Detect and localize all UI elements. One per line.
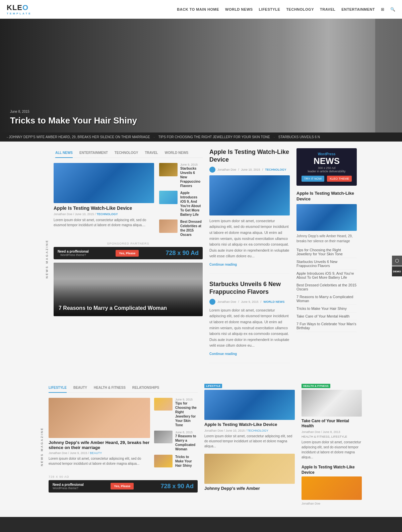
articles-grid: Apple Is Testing Watch-Like Device Jonat… (54, 163, 203, 237)
tab-travel[interactable]: TRAVEL (145, 148, 158, 158)
nav-world-news[interactable]: WORLD NEWS (225, 7, 253, 11)
news-magazine-label: NEWS MAGAZINE (45, 240, 49, 279)
ls-side-1-title[interactable]: Tips for Choosing the Right Jewellery fo… (175, 401, 198, 427)
demo-button[interactable]: DEMO (392, 266, 402, 276)
logo-subtitle: TEMPLATE (7, 12, 32, 15)
nav-technology[interactable]: TECHNOLOGY (286, 7, 314, 11)
ls-side-3-image (154, 455, 173, 467)
center-article-1-meta: Jonathan Doe / June 10, 2015 / TECHNOLOG… (209, 167, 290, 173)
sidebar-links-list: Tips for Choosing the Right Jewellery fo… (296, 246, 357, 332)
s2-card-1-meta: Jonathan Doe / June 10, 2015 / TECHNOLOG… (204, 429, 295, 432)
tab-world-news[interactable]: WORLD NEWS (165, 148, 189, 158)
center-column: Apple Is Testing Watch-Like Device Jonat… (209, 148, 290, 370)
s2c1-cat: TECHNOLOGY (247, 429, 268, 432)
c2-cat: WORLD NEWS (263, 300, 285, 303)
feature-card[interactable]: 7 Reasons to Marry a Complicated Woman (54, 263, 203, 316)
sidebar-link-4[interactable]: Best Dressed Celebrities at the 2015 Osc… (296, 281, 357, 293)
s2-ad-number: 728 x 90 Ad (161, 483, 194, 490)
s2-card-1: LIFESTYLE Apple Is Testing Watch-Like De… (204, 383, 295, 449)
ls-side-3: Tricks to Make Your Hair Shiny (154, 455, 198, 468)
section2-right: HEALTH & FITNESS Take Care of Your Menta… (302, 383, 362, 510)
sidebar-link-5[interactable]: 7 Reasons to Marry a Complicated Woman (296, 293, 357, 305)
ticker-text: - JOHNNY DEPP'S WIFE AMBER HEARD, 29, BR… (7, 135, 320, 139)
sidebar-kleo-button[interactable]: KLEO THEME (327, 176, 352, 182)
s2-card-1-title[interactable]: Apple Is Testing Watch-Like Device (204, 422, 295, 428)
side-article-1: June 9, 2015 Starbucks Unveils 6 New Fra… (159, 163, 203, 188)
author-avatar-1 (209, 167, 215, 173)
hero-title[interactable]: Tricks to Make Your Hair Shiny (10, 115, 137, 126)
continue-reading-2[interactable]: Continue reading (209, 352, 237, 356)
s2r-card-2-title[interactable]: Apple Is Testing Watch-Like Device (302, 465, 362, 475)
side-article-1-title[interactable]: Starbucks Unveils 6 New Frappuccino Flav… (180, 166, 203, 188)
s2-card-2-image (204, 454, 295, 484)
tab-technology[interactable]: TECHNOLOGY (115, 148, 138, 158)
main-article-title[interactable]: Apple Is Testing Watch-Like Device (54, 205, 154, 211)
ad-number: 728 x 90 Ad (166, 250, 199, 257)
sidebar-link-6[interactable]: Tricks to Make Your Hair Shiny (296, 305, 357, 313)
search-icon[interactable]: 🔍 (390, 7, 395, 12)
s2-ad-text: Need a proffesional (53, 483, 84, 486)
nav-back-home[interactable]: Back to Main Home (177, 7, 219, 11)
sidebar-link-1[interactable]: Tips for Choosing the Right Jewellery fo… (296, 246, 357, 258)
sidebar-article-title[interactable]: Apple Is Testing Watch-Like Device (296, 191, 357, 202)
section2-ad-banner: Need a proffesional WordPress theme? Yes… (49, 480, 198, 493)
sidebar-link-3[interactable]: Apple Introduces iOS 9, And You're About… (296, 270, 357, 281)
nav-travel[interactable]: TRAVEL (320, 7, 335, 11)
center-article-1-title[interactable]: Apple Is Testing Watch-Like Device (209, 148, 290, 164)
side-article-3: Best Dressed Celebrities at the 2015 Osc… (159, 219, 203, 237)
ls-tab-beauty[interactable]: BEAUTY (73, 383, 87, 392)
nav-lifestyle[interactable]: LIFESTYLE (259, 7, 280, 11)
ls-tab-relationships[interactable]: RELATIONSHIPS (132, 383, 159, 392)
sidebar-link-7[interactable]: Take Care of Your Mental Health (296, 313, 357, 320)
hero-content: June 8, 2015 Tricks to Make Your Hair Sh… (0, 103, 147, 132)
continue-reading-1[interactable]: Continue reading (209, 263, 237, 266)
ticker-sep-2: - (154, 135, 156, 139)
side-article-2-title[interactable]: Apple Introduces iOS 9, And You're About… (180, 191, 203, 217)
sidebar-article-image (296, 204, 357, 231)
s2-card-2-title[interactable]: Johnny Depp's wife Amber (204, 486, 295, 492)
sponsored-section: SPONSORED PARTNERS Need a proffesional W… (54, 242, 203, 259)
sidebar-try-button[interactable]: TRY IT NOW (302, 176, 325, 182)
nav-grid-icon[interactable]: ⊞ (381, 7, 384, 12)
ls-date: June 9, 2015 (70, 451, 87, 455)
tab-entertainment[interactable]: ENTERTAINMENT (79, 148, 108, 158)
c2-author: Jonathan Doe (217, 300, 236, 303)
hero-date: June 8, 2015 (10, 110, 137, 113)
site-logo[interactable]: KLEO TEMPLATE (7, 3, 32, 15)
ad-yes-button[interactable]: Yes, Please (116, 250, 139, 257)
sidebar-link-2[interactable]: Starbucks Unveils 6 New Frappuccino Flav… (296, 258, 357, 270)
main-article-image (54, 163, 154, 203)
c2-date: June 9, 2015 (241, 300, 259, 303)
center-article-2-title[interactable]: Starbucks Unveils 6 New Frappuccino Flav… (209, 280, 290, 296)
ls-side-2-title[interactable]: 7 Reasons to Marry a Complicated Woman (175, 434, 198, 451)
news-tabs: ALL NEWS ENTERTAINMENT TECHNOLOGY TRAVEL… (54, 148, 203, 158)
c1-author: Jonathan Doe (217, 168, 236, 171)
s2r-cat: HEALTH & FITNESS, LIFESTYLE (302, 435, 362, 438)
lifestyle-big-title[interactable]: Johnny Depp's wife Amber Heard, 29, brea… (49, 440, 150, 450)
s2-card-1-excerpt: Lorem ipsum dolor sit amet, consectetur … (204, 434, 295, 449)
lifestyle-main: Johnny Depp's wife Amber Heard, 29, brea… (49, 398, 198, 471)
main-wrapper: NEWS MAGAZINE ALL NEWS ENTERTAINMENT TEC… (0, 142, 402, 376)
section2-left: NEWS MAGAZINE LIFESTYLE BEAUTY HEALTH & … (40, 383, 198, 510)
s2-ad-button[interactable]: Yes, Please (111, 483, 134, 490)
ls-side-3-title[interactable]: Tricks to Make Your Hair Shiny (175, 455, 198, 468)
s2r-card-1-title[interactable]: Take Care of Your Mental Health (302, 419, 362, 429)
main-content: NEWS MAGAZINE ALL NEWS ENTERTAINMENT TEC… (40, 142, 362, 376)
ls-side-2-image (154, 431, 173, 443)
ls-author: Jonathan Doe (49, 451, 67, 455)
ls-tab-health[interactable]: HEALTH & FITNESS (94, 383, 126, 392)
sidebar-link-8[interactable]: 7 Fun Ways to Celebrate Your Man's Birth… (296, 320, 357, 332)
ls-side-1-date: June 9, 2015 (175, 398, 198, 401)
s2c1-date: June 10, 2015 (226, 429, 245, 432)
sidebar-ad-title: NEWS (300, 156, 353, 166)
ls-tab-lifestyle[interactable]: LIFESTYLE (49, 383, 67, 393)
sidebar-ad-size: 300 x 250 Ad (300, 166, 353, 170)
side-article-3-title[interactable]: Best Dressed Celebrities at the 2015 Osc… (180, 219, 203, 237)
share-button[interactable]: ⬡ (392, 256, 402, 266)
s2c1-author: Jonathan Doe (204, 429, 223, 432)
nav-entertainment[interactable]: ENTERTAINMENT (341, 7, 375, 11)
main-nav: Back to Main Home WORLD NEWS LIFESTYLE T… (177, 7, 395, 12)
tab-all-news[interactable]: ALL NEWS (55, 148, 73, 158)
s2r-card-2: Apple Is Testing Watch-Like Device Jonat… (302, 465, 362, 505)
side-article-2-image (159, 191, 178, 204)
